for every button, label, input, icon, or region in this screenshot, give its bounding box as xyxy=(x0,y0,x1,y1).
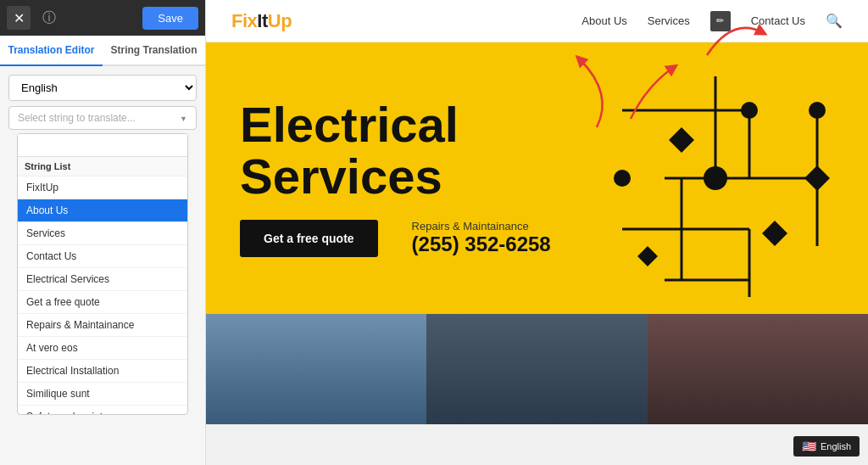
string-item-contact-us[interactable]: Contact Us xyxy=(18,245,187,268)
info-icon: ⓘ xyxy=(42,9,56,27)
string-item-electrical-installation[interactable]: Electrical Installation xyxy=(18,360,187,383)
string-list-header: String List xyxy=(18,157,187,176)
svg-point-11 xyxy=(614,170,631,187)
svg-marker-13 xyxy=(669,127,694,153)
string-item-fixitup[interactable]: FixItUp xyxy=(18,176,187,199)
flag-icon: 🇺🇸 xyxy=(802,440,816,453)
top-bar: ✕ ⓘ Save xyxy=(0,0,205,36)
nav-contact-us[interactable]: Contact Us xyxy=(751,14,805,27)
hero-section: Electrical Services Get a free quote Rep… xyxy=(206,42,868,314)
string-item-similique[interactable]: Similique sunt xyxy=(18,383,187,406)
bottom-image-2 xyxy=(426,314,647,424)
nav-links: About Us Services ✏ Contact Us 🔍 xyxy=(581,11,843,31)
site-logo: FixItUp xyxy=(231,10,292,32)
tab-string-translation[interactable]: String Translation xyxy=(103,36,205,66)
nav-services[interactable]: Services xyxy=(648,14,690,27)
nav-search-button[interactable]: 🔍 xyxy=(826,13,843,29)
hero-contact: Repairs & Maintainance (255) 352-6258 xyxy=(412,220,551,256)
string-item-electrical-services[interactable]: Electrical Services xyxy=(18,268,187,291)
hero-cta-area: Get a free quote Repairs & Maintainance … xyxy=(240,220,596,257)
string-item-safety[interactable]: Safety and maintenance xyxy=(18,406,187,414)
nav-edit-button[interactable]: ✏ xyxy=(710,11,731,31)
info-button[interactable]: ⓘ xyxy=(37,6,61,30)
string-list-dropdown: String List FixItUp About Us Services Co… xyxy=(17,133,188,415)
string-item-about-us[interactable]: About Us xyxy=(18,199,187,222)
bottom-image-3 xyxy=(648,314,868,424)
hero-content: Electrical Services Get a free quote Rep… xyxy=(240,99,596,257)
string-search-placeholder: Select string to translate... xyxy=(18,112,136,124)
svg-point-8 xyxy=(741,102,758,119)
left-panel: ✕ ⓘ Save Translation Editor String Trans… xyxy=(0,0,206,465)
logo-up: Up xyxy=(268,10,292,31)
english-badge-label: English xyxy=(821,441,851,451)
hero-title: Electrical Services xyxy=(240,99,596,203)
save-button[interactable]: Save xyxy=(142,7,198,30)
tab-translation-editor[interactable]: Translation Editor xyxy=(0,36,103,66)
pencil-icon: ✏ xyxy=(716,15,724,26)
bottom-image-1 xyxy=(206,314,426,424)
close-button[interactable]: ✕ xyxy=(7,6,31,30)
string-list-items: FixItUp About Us Services Contact Us Ele… xyxy=(18,176,187,414)
logo-it: It xyxy=(257,10,267,31)
svg-marker-15 xyxy=(637,246,658,266)
string-item-repairs[interactable]: Repairs & Maintainance xyxy=(18,314,187,337)
string-item-get-free-quote[interactable]: Get a free quote xyxy=(18,291,187,314)
website-preview: FixItUp About Us Services ✏ Contact Us 🔍 xyxy=(206,0,868,465)
hero-contact-label: Repairs & Maintainance xyxy=(412,220,551,232)
string-search-container: Select string to translate... String Lis… xyxy=(8,106,197,415)
search-icon: 🔍 xyxy=(826,14,843,28)
tabs-container: Translation Editor String Translation xyxy=(0,36,205,66)
language-select[interactable]: English Spanish French xyxy=(8,75,197,101)
site-nav: FixItUp About Us Services ✏ Contact Us 🔍 xyxy=(206,0,868,42)
string-item-services[interactable]: Services xyxy=(18,222,187,245)
svg-marker-12 xyxy=(804,165,830,191)
hero-cta-button[interactable]: Get a free quote xyxy=(240,220,378,257)
svg-point-10 xyxy=(704,166,727,190)
english-badge[interactable]: 🇺🇸 English xyxy=(793,436,860,457)
string-item-at-vero[interactable]: At vero eos xyxy=(18,337,187,360)
person-image-3 xyxy=(648,314,868,424)
string-search-toggle[interactable]: Select string to translate... xyxy=(8,106,197,130)
logo-fix: Fix xyxy=(231,10,257,31)
close-icon: ✕ xyxy=(14,10,25,26)
string-search-input[interactable] xyxy=(18,134,187,157)
person-image-2 xyxy=(426,314,647,424)
bottom-images xyxy=(206,314,868,424)
chevron-down-icon xyxy=(180,112,187,124)
person-image-1 xyxy=(206,314,426,424)
hero-phone: (255) 352-6258 xyxy=(412,232,551,256)
nav-about-us[interactable]: About Us xyxy=(581,14,626,27)
circuit-decoration xyxy=(580,42,868,314)
svg-marker-14 xyxy=(762,221,787,246)
svg-point-9 xyxy=(809,102,826,119)
